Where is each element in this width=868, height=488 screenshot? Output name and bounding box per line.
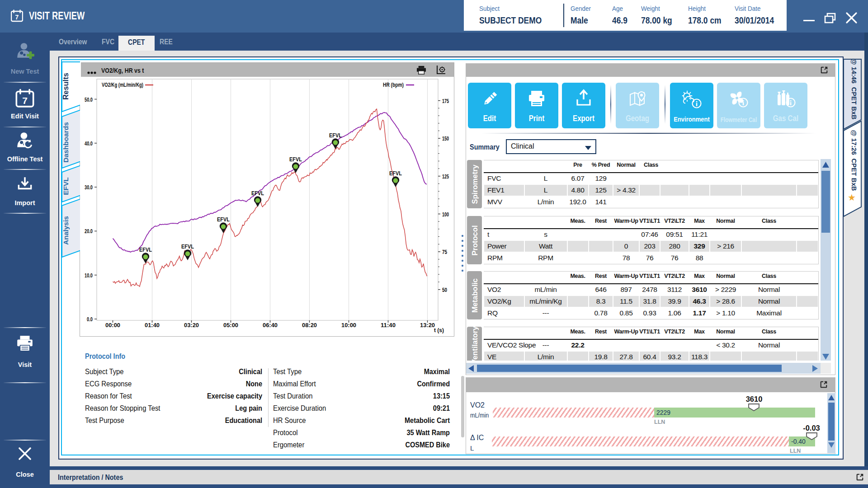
svg-text:EFVL: EFVL: [329, 132, 342, 139]
svg-text:00:00: 00:00: [105, 322, 120, 328]
svg-text:06:40: 06:40: [263, 322, 278, 328]
svg-text:EFVL: EFVL: [181, 244, 194, 250]
svg-text:EFVL: EFVL: [389, 170, 402, 177]
svg-text:30.0: 30.0: [85, 184, 93, 191]
svg-text:03:20: 03:20: [184, 322, 199, 328]
svg-text:20.0: 20.0: [85, 228, 93, 235]
svg-text:75: 75: [442, 249, 447, 255]
svg-text:175: 175: [442, 98, 449, 104]
svg-text:13:20: 13:20: [420, 322, 435, 328]
svg-text:★: ★: [848, 192, 856, 202]
svg-text:50.0: 50.0: [85, 96, 93, 103]
svg-text:Results: Results: [61, 73, 70, 100]
svg-text:EFVL: EFVL: [289, 156, 302, 163]
svg-text:01:40: 01:40: [145, 322, 160, 328]
svg-text:50: 50: [442, 286, 447, 293]
svg-text:EFVL: EFVL: [139, 247, 152, 253]
svg-text:150: 150: [442, 135, 449, 142]
svg-text:0.0: 0.0: [87, 316, 93, 323]
svg-text:VO2/Kg (mL/min/Kg): VO2/Kg (mL/min/Kg): [102, 81, 143, 88]
svg-text:10:00: 10:00: [341, 322, 356, 328]
svg-text:11:40: 11:40: [381, 322, 396, 328]
svg-text:Analysis: Analysis: [62, 216, 70, 245]
svg-text:10.0: 10.0: [85, 272, 93, 279]
svg-text:t (s): t (s): [434, 327, 444, 333]
svg-text:EFVL: EFVL: [251, 190, 264, 197]
svg-text:05:00: 05:00: [223, 322, 238, 328]
svg-text:@ 14:46 CPET BxB: @ 14:46 CPET BxB: [850, 58, 858, 119]
svg-text:@ 17:26 CPET BxB: @ 17:26 CPET BxB: [850, 130, 858, 191]
svg-text:EFVL: EFVL: [62, 177, 70, 195]
svg-text:Dashboards: Dashboards: [62, 122, 70, 163]
svg-text:08:20: 08:20: [302, 322, 317, 328]
svg-text:100: 100: [442, 211, 449, 218]
svg-text:HR (bpm): HR (bpm): [383, 81, 404, 88]
svg-text:7: 7: [22, 95, 28, 106]
svg-text:EFVL: EFVL: [217, 216, 230, 223]
svg-text:125: 125: [442, 173, 449, 180]
svg-text:7: 7: [15, 14, 19, 21]
svg-text:40.0: 40.0: [85, 140, 93, 147]
